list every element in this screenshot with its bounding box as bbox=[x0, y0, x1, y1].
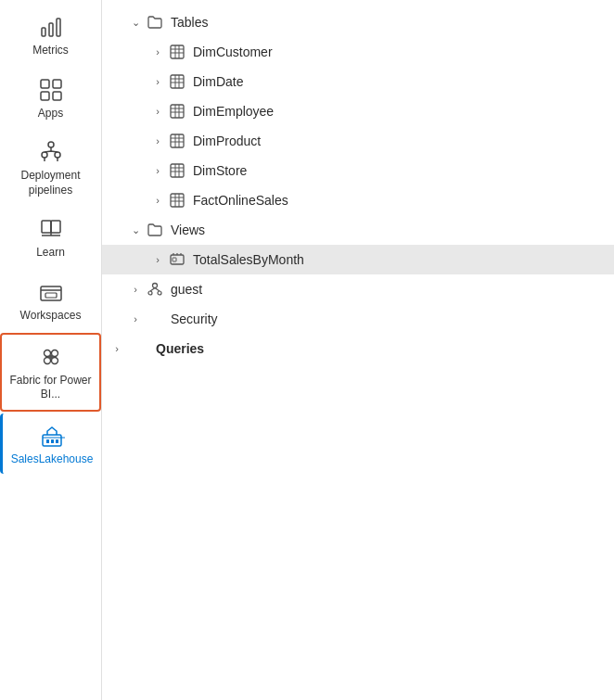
sidebar-item-deployment-pipelines[interactable]: Deployment pipelines bbox=[0, 130, 101, 205]
tree-item-dimemployee[interactable]: › DimEmployee bbox=[102, 96, 614, 126]
tree-item-security-label: Security bbox=[171, 312, 218, 326]
tree-item-factonlinesales[interactable]: › FactOnlineSales bbox=[102, 185, 614, 215]
metrics-icon bbox=[38, 14, 64, 40]
chevron-right-icon: › bbox=[150, 46, 165, 57]
chevron-right-icon: › bbox=[150, 76, 165, 87]
sidebar-item-metrics-label: Metrics bbox=[32, 44, 69, 58]
svg-rect-2 bbox=[57, 19, 60, 36]
queries-spacer-icon bbox=[130, 338, 150, 359]
tree-item-dimstore[interactable]: › DimStore bbox=[102, 156, 614, 185]
folder-icon bbox=[145, 12, 165, 32]
sidebar-item-workspaces[interactable]: Workspaces bbox=[0, 270, 101, 331]
folder-icon bbox=[145, 220, 165, 240]
chevron-right-icon: › bbox=[150, 254, 165, 265]
tree-item-tables-label: Tables bbox=[171, 15, 208, 30]
sidebar-item-learn-label: Learn bbox=[36, 246, 65, 261]
table-icon bbox=[167, 160, 187, 181]
tree-item-factonlinesales-label: FactOnlineSales bbox=[193, 193, 288, 208]
svg-rect-28 bbox=[56, 439, 58, 443]
svg-rect-19 bbox=[45, 293, 57, 298]
tree-item-dimcustomer[interactable]: › DimCustomer bbox=[102, 37, 614, 67]
svg-point-7 bbox=[48, 142, 54, 147]
tree-item-queries-label: Queries bbox=[156, 341, 204, 356]
apps-icon bbox=[38, 77, 64, 103]
table-icon bbox=[167, 190, 187, 210]
tree-item-dimdate-label: DimDate bbox=[193, 74, 243, 89]
chevron-down-icon: ⌄ bbox=[128, 224, 143, 236]
table-icon bbox=[167, 101, 187, 121]
svg-rect-39 bbox=[171, 105, 184, 118]
svg-point-61 bbox=[153, 284, 158, 288]
tree-item-dimdate[interactable]: › DimDate bbox=[102, 67, 614, 96]
tree-item-dimemployee-label: DimEmployee bbox=[193, 104, 274, 119]
sidebar-item-sales-lakehouse[interactable]: SalesLakehouse bbox=[0, 414, 101, 475]
table-icon bbox=[167, 131, 187, 151]
sidebar-item-sales-lakehouse-label: SalesLakehouse bbox=[11, 452, 94, 467]
chevron-right-icon: › bbox=[150, 195, 165, 206]
svg-rect-29 bbox=[171, 45, 184, 58]
svg-rect-60 bbox=[173, 258, 176, 261]
svg-point-24 bbox=[48, 354, 53, 359]
chevron-right-icon: › bbox=[128, 313, 143, 325]
svg-rect-0 bbox=[42, 28, 45, 36]
svg-point-9 bbox=[42, 152, 47, 158]
svg-rect-26 bbox=[46, 439, 49, 443]
sidebar: Metrics Apps Deployment p bbox=[0, 0, 102, 700]
svg-point-62 bbox=[148, 291, 152, 295]
svg-rect-27 bbox=[51, 439, 54, 443]
chevron-right-icon: › bbox=[128, 284, 143, 295]
sidebar-item-fabric-power-bi-label: Fabric for Power BI... bbox=[7, 374, 94, 402]
svg-line-65 bbox=[155, 288, 160, 292]
chevron-right-icon: › bbox=[150, 165, 165, 176]
view-icon bbox=[167, 249, 187, 270]
tree-item-queries[interactable]: › Queries bbox=[102, 334, 614, 363]
tree-view: ⌄ Tables › DimCustomer bbox=[102, 0, 614, 371]
svg-rect-4 bbox=[53, 80, 61, 88]
svg-rect-54 bbox=[171, 194, 184, 207]
sidebar-item-apps-label: Apps bbox=[38, 107, 63, 121]
tree-item-totalsalesbymonth[interactable]: › TotalSalesByMonth bbox=[102, 245, 614, 274]
svg-rect-6 bbox=[53, 92, 61, 100]
chevron-right-icon: › bbox=[109, 343, 124, 354]
table-icon bbox=[167, 71, 187, 92]
tree-item-security[interactable]: › Security bbox=[102, 304, 614, 334]
svg-point-10 bbox=[55, 152, 60, 158]
svg-rect-44 bbox=[171, 134, 184, 147]
chevron-right-icon: › bbox=[150, 106, 165, 117]
chevron-down-icon: ⌄ bbox=[128, 17, 143, 29]
tree-item-guest-label: guest bbox=[171, 282, 202, 297]
tree-item-guest[interactable]: › guest bbox=[102, 274, 614, 304]
sidebar-item-metrics[interactable]: Metrics bbox=[0, 5, 101, 66]
svg-line-64 bbox=[150, 288, 155, 292]
workspaces-icon bbox=[38, 279, 64, 305]
sidebar-item-learn[interactable]: Learn bbox=[0, 207, 101, 268]
fabric-power-bi-icon bbox=[38, 344, 64, 370]
svg-rect-1 bbox=[49, 23, 53, 36]
sidebar-item-workspaces-label: Workspaces bbox=[20, 309, 82, 324]
tree-item-totalsalesbymonth-label: TotalSalesByMonth bbox=[193, 252, 304, 267]
tree-item-tables[interactable]: ⌄ Tables bbox=[102, 7, 614, 37]
svg-rect-49 bbox=[171, 164, 184, 177]
schema-icon bbox=[145, 279, 165, 299]
deployment-pipelines-icon bbox=[38, 139, 64, 165]
security-spacer-icon bbox=[145, 309, 165, 329]
svg-point-63 bbox=[158, 291, 161, 295]
sales-lakehouse-icon bbox=[39, 423, 65, 449]
svg-rect-34 bbox=[171, 75, 184, 88]
sidebar-item-deployment-pipelines-label: Deployment pipelines bbox=[6, 169, 96, 197]
svg-rect-3 bbox=[41, 80, 49, 88]
sidebar-item-fabric-power-bi[interactable]: Fabric for Power BI... bbox=[0, 333, 101, 412]
tree-item-dimproduct[interactable]: › DimProduct bbox=[102, 126, 614, 156]
svg-rect-14 bbox=[51, 221, 60, 233]
tree-item-dimproduct-label: DimProduct bbox=[193, 134, 261, 148]
tree-item-dimcustomer-label: DimCustomer bbox=[193, 45, 273, 59]
chevron-right-icon: › bbox=[150, 135, 165, 146]
tree-item-views-label: Views bbox=[171, 223, 205, 237]
main-content: ⌄ Tables › DimCustomer bbox=[102, 0, 614, 700]
svg-rect-13 bbox=[42, 221, 51, 233]
table-icon bbox=[167, 42, 187, 62]
tree-item-dimstore-label: DimStore bbox=[193, 163, 247, 178]
sidebar-item-apps[interactable]: Apps bbox=[0, 68, 101, 129]
tree-item-views[interactable]: ⌄ Views bbox=[102, 215, 614, 245]
svg-rect-5 bbox=[41, 92, 49, 100]
